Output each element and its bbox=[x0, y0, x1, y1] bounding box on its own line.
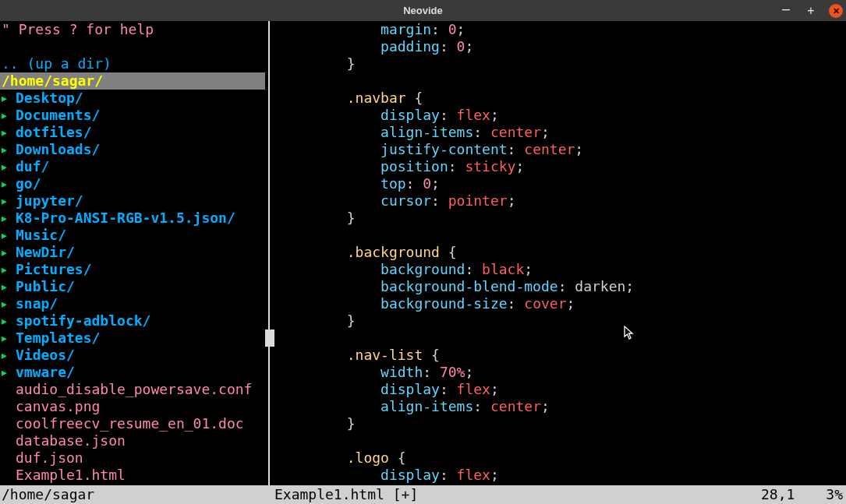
code-token bbox=[279, 244, 347, 260]
tree-dir-item[interactable]: ▸Templates/ bbox=[0, 330, 265, 347]
tree-item-name: snap/ bbox=[16, 295, 58, 312]
maximize-button[interactable]: + bbox=[804, 4, 818, 18]
code-token bbox=[279, 295, 381, 312]
file-tree-panel[interactable]: " Press ? for help .. (up a dir) /home/s… bbox=[0, 21, 265, 485]
code-token: .nav-list bbox=[347, 347, 423, 363]
code-line[interactable] bbox=[279, 72, 846, 90]
code-line[interactable]: background-blend-mode: darken; bbox=[279, 278, 846, 295]
code-line[interactable]: display: flex; bbox=[279, 467, 846, 484]
code-line[interactable]: } bbox=[279, 55, 846, 72]
code-line[interactable]: display: flex; bbox=[279, 381, 846, 398]
tree-file-item[interactable]: canvas.png bbox=[0, 398, 265, 415]
code-line[interactable]: align-items: center; bbox=[279, 124, 846, 141]
minimize-button[interactable]: – bbox=[779, 2, 793, 16]
code-line[interactable]: .nav-list { bbox=[279, 347, 846, 364]
code-line[interactable]: } bbox=[279, 210, 846, 227]
code-line[interactable]: .logo { bbox=[279, 449, 846, 467]
tree-arrow-icon: ▸ bbox=[0, 312, 16, 330]
tree-dir-item[interactable]: ▸Documents/ bbox=[0, 107, 265, 124]
tree-dir-item[interactable]: ▸spotify-adblock/ bbox=[0, 312, 265, 330]
code-token bbox=[279, 261, 381, 277]
code-line[interactable]: position: sticky; bbox=[279, 158, 846, 175]
code-line[interactable]: background-size: cover; bbox=[279, 295, 846, 312]
tree-item-name: spotify-adblock/ bbox=[16, 312, 150, 330]
code-token: center bbox=[490, 124, 541, 140]
code-line[interactable] bbox=[279, 432, 846, 449]
code-line[interactable]: background: black; bbox=[279, 261, 846, 278]
code-token bbox=[279, 158, 381, 174]
tree-item-name: vmware/ bbox=[16, 364, 75, 381]
code-line[interactable]: margin: 0; bbox=[279, 21, 846, 38]
code-token: sticky bbox=[465, 158, 515, 174]
code-token: ; bbox=[465, 364, 473, 380]
code-token bbox=[279, 364, 381, 380]
code-token: ; bbox=[541, 398, 550, 414]
close-button[interactable]: ✕ bbox=[829, 4, 843, 18]
code-line[interactable]: width: 70%; bbox=[279, 364, 846, 381]
code-token: .background bbox=[347, 244, 440, 260]
tree-dir-item[interactable]: ▸Public/ bbox=[0, 278, 265, 295]
tree-up-dir[interactable]: .. (up a dir) bbox=[0, 55, 265, 72]
code-line[interactable]: padding: 0; bbox=[279, 38, 846, 55]
code-token bbox=[279, 278, 381, 294]
tree-dir-item[interactable]: ▸dotfiles/ bbox=[0, 124, 265, 141]
code-line[interactable] bbox=[279, 330, 846, 347]
code-line[interactable]: } bbox=[279, 312, 846, 330]
code-line[interactable]: } bbox=[279, 415, 846, 432]
tree-arrow-icon: ▸ bbox=[0, 141, 16, 158]
tree-item-name: Downloads/ bbox=[16, 141, 100, 158]
tree-arrow-icon: ▸ bbox=[0, 295, 16, 312]
code-line[interactable]: justify-content: center; bbox=[279, 141, 846, 158]
code-token bbox=[279, 192, 381, 209]
window-controls: – + ✕ bbox=[779, 4, 843, 18]
tree-dir-item[interactable]: ▸duf/ bbox=[0, 158, 265, 175]
code-line[interactable]: display: flex; bbox=[279, 107, 846, 124]
tree-dir-item[interactable]: ▸Desktop/ bbox=[0, 90, 265, 107]
tree-file-item[interactable]: database.json bbox=[0, 432, 265, 449]
code-token bbox=[279, 107, 381, 123]
code-token: cover bbox=[524, 295, 566, 312]
tree-arrow-icon: ▸ bbox=[0, 364, 16, 381]
code-token: padding bbox=[381, 38, 440, 55]
code-line[interactable] bbox=[279, 227, 846, 244]
tree-file-item[interactable]: coolfreecv_resume_en_01.doc bbox=[0, 415, 265, 432]
tree-dir-item[interactable]: ▸snap/ bbox=[0, 295, 265, 312]
tree-file-item[interactable]: Example1.html bbox=[0, 467, 265, 484]
status-cursor-pos: 28,1 bbox=[761, 486, 826, 503]
tree-current-path[interactable]: /home/sagar/ bbox=[0, 72, 265, 90]
code-token bbox=[279, 141, 381, 157]
tree-item-name: dotfiles/ bbox=[16, 124, 92, 141]
code-token: display bbox=[381, 381, 440, 397]
tree-dir-item[interactable]: ▸Videos/ bbox=[0, 347, 265, 364]
vertical-split[interactable] bbox=[265, 21, 274, 485]
tree-dir-item[interactable]: ▸jupyter/ bbox=[0, 192, 265, 210]
code-token: { bbox=[406, 90, 423, 106]
code-line[interactable]: .background { bbox=[279, 244, 846, 261]
code-token: flex bbox=[457, 467, 490, 483]
code-line[interactable]: cursor: pointer; bbox=[279, 192, 846, 210]
code-line[interactable]: .navbar { bbox=[279, 90, 846, 107]
code-token: ; bbox=[431, 175, 440, 192]
code-token bbox=[279, 175, 381, 192]
code-token: pointer bbox=[448, 192, 508, 209]
tree-dir-item[interactable]: ▸Pictures/ bbox=[0, 261, 265, 278]
tree-blank bbox=[0, 38, 265, 55]
code-line[interactable]: top: 0; bbox=[279, 175, 846, 192]
code-token: top bbox=[381, 175, 406, 192]
tree-dir-item[interactable]: ▸go/ bbox=[0, 175, 265, 192]
code-token: } bbox=[279, 210, 356, 226]
tree-dir-item[interactable]: ▸NewDir/ bbox=[0, 244, 265, 261]
tree-dir-item[interactable]: ▸Downloads/ bbox=[0, 141, 265, 158]
code-token: ; bbox=[508, 192, 516, 209]
code-token: center bbox=[524, 141, 575, 157]
code-token: display bbox=[381, 467, 440, 483]
tree-arrow-icon: ▸ bbox=[0, 107, 16, 124]
tree-file-item[interactable]: audio_disable_powersave.conf bbox=[0, 381, 265, 398]
tree-dir-item[interactable]: ▸K8-Pro-ANSI-RGB-v1.5.json/ bbox=[0, 210, 265, 227]
code-editor[interactable]: margin: 0; padding: 0; } .navbar { displ… bbox=[274, 21, 846, 485]
code-line[interactable]: align-items: center; bbox=[279, 398, 846, 415]
tree-file-item[interactable]: duf.json bbox=[0, 449, 265, 467]
tree-dir-item[interactable]: ▸vmware/ bbox=[0, 364, 265, 381]
code-token: : bbox=[508, 141, 525, 157]
tree-dir-item[interactable]: ▸Music/ bbox=[0, 227, 265, 244]
